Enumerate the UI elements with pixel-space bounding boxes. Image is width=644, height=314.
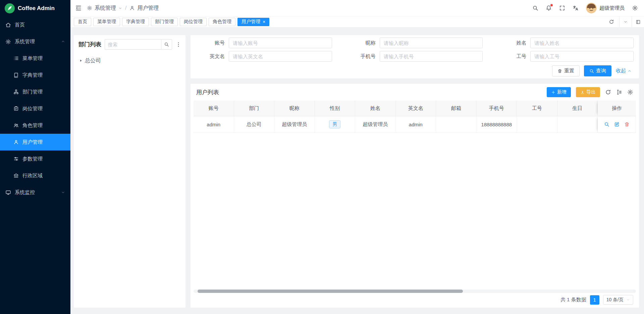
- sidebar-item-param-mgmt[interactable]: 参数管理: [0, 150, 70, 167]
- collapse-label: 收起: [616, 68, 626, 74]
- account-input[interactable]: [229, 38, 332, 48]
- breadcrumb-separator: /: [125, 5, 126, 11]
- edit-icon[interactable]: [614, 122, 620, 127]
- tab-dict-mgmt[interactable]: 字典管理: [122, 18, 149, 26]
- sidebar-item-post-mgmt[interactable]: 岗位管理: [0, 100, 70, 117]
- sidebar-item-label: 菜单管理: [22, 55, 65, 62]
- sidebar-item-menu-mgmt[interactable]: 菜单管理: [0, 50, 70, 67]
- delete-icon[interactable]: [624, 122, 630, 127]
- name-input[interactable]: [530, 38, 634, 48]
- phone-input[interactable]: [380, 51, 483, 62]
- more-options-icon[interactable]: [175, 42, 181, 48]
- tab-home[interactable]: 首页: [74, 18, 91, 26]
- col-work-id: 工号: [517, 101, 557, 116]
- english-name-input[interactable]: [229, 51, 332, 62]
- field-label: 手机号: [345, 53, 376, 60]
- gear-icon: [5, 39, 11, 45]
- sidebar-item-label: 参数管理: [22, 156, 65, 162]
- close-icon[interactable]: ×: [263, 19, 265, 24]
- search-icon[interactable]: [532, 5, 538, 11]
- main-content: 部门列表 总公司 账号 昵称 姓名: [70, 27, 644, 314]
- cell-name: 超级管理员: [355, 116, 396, 132]
- sidebar-item-system-mgmt[interactable]: 系统管理: [0, 33, 70, 50]
- nickname-input[interactable]: [380, 38, 483, 48]
- notifications-button[interactable]: [546, 5, 552, 11]
- tree-node-company[interactable]: 总公司: [76, 55, 183, 66]
- dept-search-input[interactable]: [105, 39, 161, 50]
- col-name: 姓名: [355, 101, 396, 116]
- tab-role-mgmt[interactable]: 角色管理: [209, 18, 235, 26]
- column-density-icon[interactable]: [616, 89, 622, 95]
- col-gender: 性别: [315, 101, 356, 116]
- page-size-select[interactable]: 10 条/页: [603, 295, 633, 305]
- tabbar: 首页 菜单管理 字典管理 部门管理 岗位管理 角色管理 用户管理 ×: [70, 16, 644, 27]
- sidebar-item-system-monitor[interactable]: 系统监控: [0, 184, 70, 201]
- sidebar-item-label: 角色管理: [22, 122, 65, 129]
- cell-department: 总公司: [234, 116, 275, 132]
- col-birthday: 生日: [557, 101, 598, 116]
- page-button-1[interactable]: 1: [590, 295, 599, 305]
- fullscreen-icon[interactable]: [559, 5, 565, 11]
- page-size-label: 10 条/页: [606, 297, 624, 303]
- horizontal-scrollbar[interactable]: [194, 290, 636, 293]
- chevron-up-icon: [628, 69, 632, 73]
- add-button[interactable]: 新增: [547, 87, 571, 97]
- refresh-icon[interactable]: [605, 89, 611, 95]
- settings-gear-icon[interactable]: [632, 5, 638, 11]
- tabs-dropdown-button[interactable]: [619, 16, 632, 27]
- field-label: 英文名: [194, 53, 225, 60]
- user-icon: [13, 139, 19, 145]
- scrollbar-thumb[interactable]: [198, 290, 463, 293]
- translate-icon[interactable]: [573, 5, 579, 11]
- cell-phone: 18888888888: [477, 116, 517, 132]
- dept-panel: 部门列表 总公司: [74, 35, 185, 308]
- user-menu[interactable]: 超级管理员: [586, 3, 625, 13]
- cell-account: admin: [194, 116, 234, 132]
- user-list-actions: 新增 导出: [547, 87, 633, 97]
- sidebar-item-home[interactable]: 首页: [0, 16, 70, 33]
- tab-post-mgmt[interactable]: 岗位管理: [180, 18, 207, 26]
- sidebar-item-label: 首页: [15, 22, 65, 28]
- dept-search-button[interactable]: [161, 39, 172, 50]
- export-button[interactable]: 导出: [576, 87, 600, 97]
- chevron-up-icon: [61, 40, 65, 44]
- collapse-link[interactable]: 收起: [616, 68, 632, 74]
- post-badge-icon: [13, 106, 19, 111]
- refresh-tab-button[interactable]: [604, 19, 619, 24]
- sidebar-item-label: 系统监控: [15, 189, 57, 196]
- dept-tree: 总公司: [74, 52, 185, 70]
- sidebar-item-region[interactable]: 行政区域: [0, 167, 70, 184]
- coffee-logo-icon: [5, 3, 15, 13]
- home-icon: [5, 22, 11, 28]
- gender-tag: 男: [329, 120, 340, 128]
- layout-toggle-button[interactable]: [632, 16, 644, 27]
- col-phone: 手机号: [477, 101, 517, 116]
- search-icon: [164, 42, 169, 47]
- breadcrumb: 系统管理 / 用户管理: [87, 5, 159, 12]
- sidebar-item-dept-mgmt[interactable]: 部门管理: [0, 83, 70, 100]
- user-name: 超级管理员: [599, 5, 625, 11]
- field-work-id: 工号: [495, 51, 634, 62]
- query-button[interactable]: 查询: [584, 65, 611, 76]
- app-logo[interactable]: Coffee Admin: [0, 0, 70, 16]
- search-icon: [589, 69, 594, 73]
- sidebar-collapse-icon[interactable]: [75, 5, 82, 11]
- work-id-input[interactable]: [530, 51, 634, 62]
- search-actions: 重置 查询 收起: [191, 62, 639, 76]
- tab-user-mgmt[interactable]: 用户管理 ×: [237, 18, 269, 26]
- breadcrumb-system-mgmt[interactable]: 系统管理: [95, 5, 116, 12]
- tab-dept-mgmt[interactable]: 部门管理: [151, 18, 178, 26]
- cell-work-id: [517, 116, 557, 132]
- view-icon[interactable]: [604, 122, 609, 127]
- sidebar-item-dict-mgmt[interactable]: 字典管理: [0, 67, 70, 83]
- table-settings-icon[interactable]: [627, 89, 633, 95]
- field-label: 姓名: [495, 40, 526, 46]
- sidebar-item-user-mgmt[interactable]: 用户管理: [0, 134, 70, 150]
- col-department: 部门: [234, 101, 275, 116]
- caret-right-icon[interactable]: [79, 59, 83, 62]
- dept-panel-header: 部门列表: [74, 35, 185, 52]
- sidebar-item-role-mgmt[interactable]: 角色管理: [0, 117, 70, 134]
- reset-button[interactable]: 重置: [552, 65, 580, 76]
- user-list-title: 用户列表: [196, 88, 219, 96]
- tab-menu-mgmt[interactable]: 菜单管理: [93, 18, 120, 26]
